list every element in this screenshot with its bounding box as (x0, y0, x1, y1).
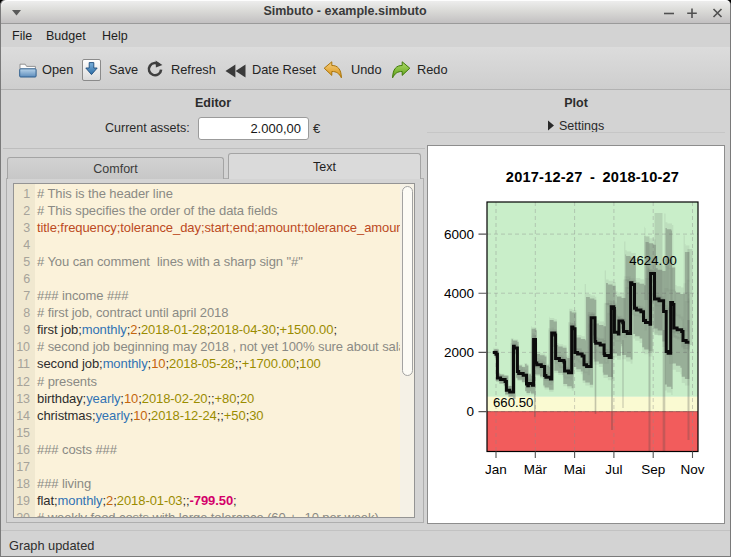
svg-text:660.50: 660.50 (493, 395, 533, 410)
svg-text:4000: 4000 (444, 286, 474, 301)
svg-text:2000: 2000 (444, 345, 474, 360)
svg-text:Jan: Jan (485, 462, 507, 477)
svg-text:0: 0 (466, 404, 474, 419)
svg-text:Mai: Mai (564, 462, 586, 477)
svg-text:Nov: Nov (680, 462, 704, 477)
svg-text:4624.00: 4624.00 (629, 253, 677, 268)
svg-text:2017-12-27 - 2018-10-27: 2017-12-27 - 2018-10-27 (506, 169, 679, 185)
svg-text:Sep: Sep (641, 462, 665, 477)
svg-text:Jul: Jul (605, 462, 622, 477)
svg-text:Mär: Mär (524, 462, 548, 477)
svg-text:6000: 6000 (444, 227, 474, 242)
